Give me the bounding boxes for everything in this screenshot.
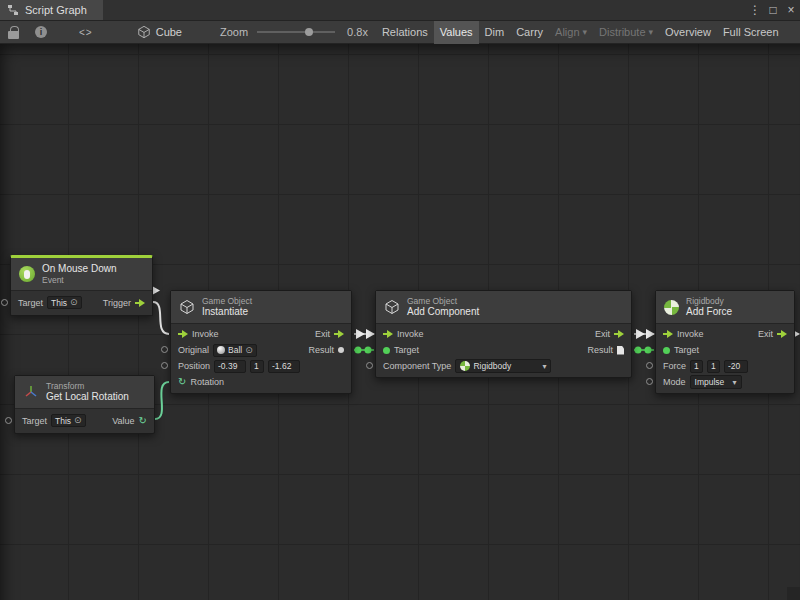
target-label: Target xyxy=(22,416,47,426)
carry-button[interactable]: Carry xyxy=(510,21,549,44)
window-title: Script Graph xyxy=(25,4,87,16)
values-button[interactable]: Values xyxy=(434,21,479,44)
target-input-port[interactable] xyxy=(5,417,12,424)
result-output-port[interactable] xyxy=(338,347,344,353)
target-object-chip[interactable]: This ⊙ xyxy=(51,414,86,427)
maximize-icon[interactable]: □ xyxy=(764,0,782,20)
values-button-label: Values xyxy=(440,26,473,38)
rotation-input-port[interactable]: ↻ xyxy=(178,377,186,387)
node-instantiate[interactable]: Game Object Instantiate Invoke Exit Orig… xyxy=(170,290,352,394)
invoke-input-port[interactable] xyxy=(383,330,393,338)
node-get-local-rotation-header[interactable]: Transform Get Local Rotation xyxy=(15,376,154,409)
graph-canvas[interactable]: On Mouse Down Event Target This ⊙ Trigge… xyxy=(0,44,800,600)
close-icon[interactable]: × xyxy=(782,0,800,20)
position-y-field[interactable]: 1 xyxy=(250,360,264,373)
force-z-field[interactable]: -20 xyxy=(724,360,748,373)
original-object-chip[interactable]: Ball ⊙ xyxy=(213,344,257,357)
zoom-value: 0.8x xyxy=(347,26,368,38)
position-input-port[interactable] xyxy=(161,362,168,369)
position-z-field[interactable]: -1.62 xyxy=(268,360,300,373)
zoom-slider-knob[interactable] xyxy=(305,28,313,36)
trigger-label: Trigger xyxy=(103,298,131,308)
full-screen-button[interactable]: Full Screen xyxy=(717,21,785,44)
row-target-trigger: Target This ⊙ Trigger xyxy=(11,293,152,312)
relations-button-label: Relations xyxy=(382,26,428,38)
result-label: Result xyxy=(308,345,334,355)
node-titles: Game Object Instantiate xyxy=(202,296,252,318)
mode-input-port[interactable] xyxy=(646,378,653,385)
script-graph-icon xyxy=(7,4,19,16)
target-input-port[interactable] xyxy=(1,299,8,306)
code-icon[interactable] xyxy=(79,27,93,38)
node-title: Add Component xyxy=(407,306,479,318)
lock-icon[interactable] xyxy=(8,31,19,39)
game-object-icon xyxy=(179,299,195,315)
titlebar-drag-area[interactable] xyxy=(103,0,746,20)
titlebar: Script Graph ⋮ □ × xyxy=(0,0,800,21)
node-title: Get Local Rotation xyxy=(46,391,129,403)
rotation-output-port[interactable]: ↻ xyxy=(139,416,147,426)
rotation-label: Rotation xyxy=(190,377,224,387)
overview-button[interactable]: Overview xyxy=(659,21,717,44)
row-target: Target xyxy=(656,342,794,358)
object-picker-icon[interactable]: ⊙ xyxy=(70,298,78,307)
trigger-output-port[interactable] xyxy=(135,299,145,307)
dim-button[interactable]: Dim xyxy=(479,21,511,44)
invoke-label: Invoke xyxy=(192,329,219,339)
row-target-result: Target Result xyxy=(376,342,631,358)
position-x-field[interactable]: -0.39 xyxy=(214,360,246,373)
invoke-input-port[interactable] xyxy=(178,330,188,338)
exit-output-port[interactable] xyxy=(614,330,624,338)
node-add-component[interactable]: Game Object Add Component Invoke Exit Ta… xyxy=(375,290,632,378)
node-on-mouse-down-header[interactable]: On Mouse Down Event xyxy=(11,258,152,291)
distribute-button[interactable]: Distribute▾ xyxy=(593,21,659,44)
node-subtitle: Event xyxy=(42,275,116,285)
resize-grip[interactable] xyxy=(787,587,800,600)
node-add-component-header[interactable]: Game Object Add Component xyxy=(376,291,631,324)
node-add-force[interactable]: Rigidbody Add Force Invoke Exit Target xyxy=(655,290,795,394)
exit-label: Exit xyxy=(595,329,610,339)
relations-button[interactable]: Relations xyxy=(376,21,434,44)
component-type-input-port[interactable] xyxy=(366,362,373,369)
exit-label: Exit xyxy=(315,329,330,339)
exit-output-port[interactable] xyxy=(777,330,787,338)
target-object-chip[interactable]: This ⊙ xyxy=(47,296,82,309)
object-picker-icon[interactable]: ⊙ xyxy=(245,346,253,355)
node-title: On Mouse Down xyxy=(42,263,116,275)
component-result-port[interactable] xyxy=(617,346,624,355)
zoom-slider[interactable] xyxy=(257,25,335,39)
node-add-force-header[interactable]: Rigidbody Add Force xyxy=(656,291,794,324)
force-y-field[interactable]: 1 xyxy=(707,360,720,373)
object-picker-icon[interactable]: ⊙ xyxy=(74,416,82,425)
node-body: Target This ⊙ Value ↻ xyxy=(15,409,154,433)
node-body: Target This ⊙ Trigger xyxy=(11,291,152,315)
original-input-port[interactable] xyxy=(161,346,168,353)
align-button[interactable]: Align▾ xyxy=(549,21,593,44)
graph-target-cube[interactable]: Cube xyxy=(156,26,182,38)
window-menu-icon[interactable]: ⋮ xyxy=(746,0,764,20)
tab-script-graph[interactable]: Script Graph xyxy=(0,0,103,20)
zoom-slider-track[interactable] xyxy=(257,31,335,33)
info-icon[interactable] xyxy=(35,26,47,38)
node-instantiate-header[interactable]: Game Object Instantiate xyxy=(171,291,351,324)
row-target-value: Target This ⊙ Value ↻ xyxy=(15,411,154,430)
exit-output-port[interactable] xyxy=(334,330,344,338)
target-label: Target xyxy=(674,345,699,355)
target-input-port[interactable] xyxy=(663,347,670,354)
node-on-mouse-down[interactable]: On Mouse Down Event Target This ⊙ Trigge… xyxy=(10,255,153,316)
align-button-label: Align xyxy=(555,26,579,38)
node-get-local-rotation[interactable]: Transform Get Local Rotation Target This… xyxy=(14,375,155,434)
force-x-field[interactable]: 1 xyxy=(690,360,703,373)
rigidbody-icon xyxy=(460,361,470,371)
target-input-port[interactable] xyxy=(383,347,390,354)
component-type-dropdown[interactable]: Rigidbody ▾ xyxy=(455,359,551,373)
force-input-port[interactable] xyxy=(646,362,653,369)
rigidbody-icon xyxy=(664,300,679,315)
invoke-input-port[interactable] xyxy=(663,330,673,338)
transform-icon xyxy=(23,384,39,400)
node-body: Invoke Exit Target Result Component Type xyxy=(376,324,631,377)
mouse-event-icon xyxy=(19,266,35,282)
mode-dropdown[interactable]: Impulse ▾ xyxy=(690,375,742,389)
node-category: Rigidbody xyxy=(686,296,732,306)
value-label: Value xyxy=(112,416,134,426)
